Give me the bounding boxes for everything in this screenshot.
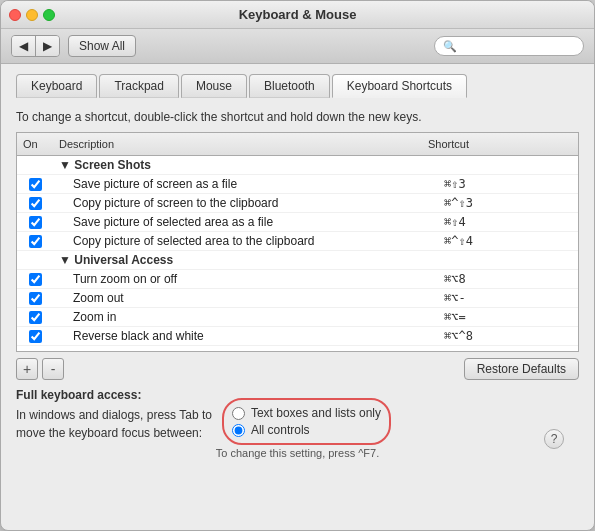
row-checkbox[interactable] (29, 311, 42, 324)
radio-text-boxes-input[interactable] (232, 407, 245, 420)
table-row: Save picture of selected area as a file … (17, 213, 578, 232)
radio-all-controls-label: All controls (251, 423, 310, 437)
row-description: Turn zoom on or off (53, 270, 438, 288)
row-checkbox[interactable] (29, 216, 42, 229)
window-title: Keyboard & Mouse (239, 7, 357, 22)
table-row: ▼ Universal Access (17, 251, 578, 270)
row-checkbox-cell[interactable] (17, 309, 53, 326)
window-buttons (9, 9, 55, 21)
keyboard-access-title: Full keyboard access: (16, 388, 579, 402)
row-checkbox-cell[interactable] (17, 176, 53, 193)
row-checkbox-cell[interactable] (17, 195, 53, 212)
header-on: On (17, 136, 53, 152)
tab-trackpad[interactable]: Trackpad (99, 74, 179, 98)
row-description: Save picture of screen as a file (53, 175, 438, 193)
table-body: ▼ Screen Shots Save picture of screen as… (17, 156, 578, 351)
nav-buttons: ◀ ▶ (11, 35, 60, 57)
table-row: Save picture of screen as a file ⌘⇧3 (17, 175, 578, 194)
row-category-label: ▼ Screen Shots (53, 156, 578, 174)
shortcuts-table: On Description Shortcut ▼ Screen Shots S… (16, 132, 579, 352)
help-button[interactable]: ? (544, 429, 564, 449)
bottom-bar: + - Restore Defaults (16, 358, 579, 380)
row-shortcut: ⌘⇧3 (438, 175, 578, 193)
row-checkbox[interactable] (29, 197, 42, 210)
tab-keyboard-shortcuts[interactable]: Keyboard Shortcuts (332, 74, 467, 98)
radio-text-boxes-label: Text boxes and lists only (251, 406, 381, 420)
maximize-button[interactable] (43, 9, 55, 21)
row-shortcut: ⌘⌥= (438, 308, 578, 326)
tabs: Keyboard Trackpad Mouse Bluetooth Keyboa… (16, 74, 579, 98)
row-checkbox-cell[interactable] (17, 290, 53, 307)
remove-shortcut-button[interactable]: - (42, 358, 64, 380)
row-checkbox[interactable] (29, 235, 42, 248)
row-shortcut: ⌘⇧4 (438, 213, 578, 231)
table-row: Copy picture of screen to the clipboard … (17, 194, 578, 213)
restore-defaults-button[interactable]: Restore Defaults (464, 358, 579, 380)
show-all-button[interactable]: Show All (68, 35, 136, 57)
row-description: Reverse black and white (53, 327, 438, 345)
tab-mouse[interactable]: Mouse (181, 74, 247, 98)
row-shortcut: ⌘⌥8 (438, 270, 578, 288)
keyboard-access-section: Full keyboard access: In windows and dia… (16, 388, 579, 459)
table-row: ▼ Screen Shots (17, 156, 578, 175)
header-description: Description (53, 136, 422, 152)
radio-group: Text boxes and lists only All controls (232, 406, 381, 437)
keyboard-access-description: In windows and dialogs, press Tab tomove… (16, 406, 212, 443)
row-checkbox-cell[interactable] (17, 214, 53, 231)
search-icon: 🔍 (443, 40, 457, 53)
row-shortcut: ⌘^⇧4 (438, 232, 578, 250)
row-checkbox[interactable] (29, 178, 42, 191)
toolbar: ◀ ▶ Show All 🔍 (1, 29, 594, 64)
close-button[interactable] (9, 9, 21, 21)
table-row: Copy picture of selected area to the cli… (17, 232, 578, 251)
table-row: Zoom in ⌘⌥= (17, 308, 578, 327)
row-checkbox-cell[interactable] (17, 233, 53, 250)
tab-keyboard[interactable]: Keyboard (16, 74, 97, 98)
table-row: Reverse black and white ⌘⌥^8 (17, 327, 578, 346)
nav-forward-button[interactable]: ▶ (36, 36, 59, 56)
row-checkbox-cell[interactable] (17, 271, 53, 288)
table-row: Turn zoom on or off ⌘⌥8 (17, 270, 578, 289)
titlebar: Keyboard & Mouse (1, 1, 594, 29)
table-row: Zoom out ⌘⌥- (17, 289, 578, 308)
row-shortcut: ⌘⌥- (438, 289, 578, 307)
row-checkbox-cell[interactable] (17, 328, 53, 345)
minimize-button[interactable] (26, 9, 38, 21)
row-shortcut: ⌘⌥^8 (438, 327, 578, 345)
nav-back-button[interactable]: ◀ (12, 36, 36, 56)
row-checkbox[interactable] (29, 292, 42, 305)
row-checkbox[interactable] (29, 273, 42, 286)
keyboard-access-content: In windows and dialogs, press Tab tomove… (16, 406, 579, 443)
row-checkbox[interactable] (29, 330, 42, 343)
row-description: Zoom in (53, 308, 438, 326)
row-checkbox-cell (17, 163, 53, 167)
instruction-text: To change a shortcut, double-click the s… (16, 110, 579, 124)
table-header: On Description Shortcut (17, 133, 578, 156)
tab-bluetooth[interactable]: Bluetooth (249, 74, 330, 98)
header-shortcut: Shortcut (422, 136, 562, 152)
radio-all-controls-input[interactable] (232, 424, 245, 437)
main-window: Keyboard & Mouse ◀ ▶ Show All 🔍 Keyboard… (0, 0, 595, 531)
search-box: 🔍 (434, 36, 584, 56)
content: Keyboard Trackpad Mouse Bluetooth Keyboa… (1, 64, 594, 530)
radio-all-controls[interactable]: All controls (232, 423, 381, 437)
row-checkbox-cell (17, 258, 53, 262)
row-description: Copy picture of screen to the clipboard (53, 194, 438, 212)
row-shortcut: ⌘^⇧3 (438, 194, 578, 212)
row-description: Save picture of selected area as a file (53, 213, 438, 231)
row-description: Copy picture of selected area to the cli… (53, 232, 438, 250)
change-setting-text: To change this setting, press ^F7. (16, 447, 579, 459)
row-category-label: ▼ Universal Access (53, 251, 578, 269)
search-input[interactable] (460, 39, 575, 53)
row-description: Zoom out (53, 289, 438, 307)
radio-text-boxes[interactable]: Text boxes and lists only (232, 406, 381, 420)
add-shortcut-button[interactable]: + (16, 358, 38, 380)
